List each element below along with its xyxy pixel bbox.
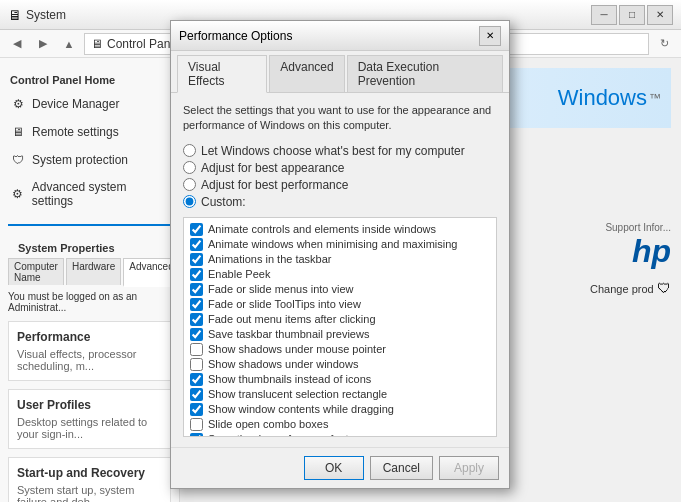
startup-title: Start-up and Recovery — [17, 466, 162, 480]
checkbox-label-shadows-windows: Show shadows under windows — [208, 358, 358, 370]
startup-desc: System start up, system failure and deb.… — [17, 484, 162, 502]
checkbox-item-animations-taskbar[interactable]: Animations in the taskbar — [188, 252, 492, 267]
checkbox-item-combo-boxes[interactable]: Slide open combo boxes — [188, 417, 492, 432]
window-controls: ─ □ ✕ — [591, 5, 673, 25]
checkbox-item-animate-controls[interactable]: Animate controls and elements inside win… — [188, 222, 492, 237]
ok-button[interactable]: OK — [304, 456, 364, 480]
radio-custom-input[interactable] — [183, 195, 196, 208]
checkbox-input-animate-controls[interactable] — [190, 223, 203, 236]
admin-notice: You must be logged on as an Administrat.… — [8, 291, 171, 313]
forward-button[interactable]: ▶ — [32, 33, 54, 55]
tab-advanced[interactable]: Advanced — [269, 55, 344, 92]
remote-settings-icon: 🖥 — [10, 124, 26, 140]
tab-hardware[interactable]: Hardware — [66, 258, 121, 285]
radio-best-performance-input[interactable] — [183, 178, 196, 191]
checkbox-item-taskbar-thumbnails[interactable]: Save taskbar thumbnail previews — [188, 327, 492, 342]
sidebar-item-label: Remote settings — [32, 125, 119, 139]
maximize-button[interactable]: □ — [619, 5, 645, 25]
apply-button[interactable]: Apply — [439, 456, 499, 480]
checkbox-label-contents-dragging: Show window contents while dragging — [208, 403, 394, 415]
sidebar-item-remote-settings[interactable]: 🖥 Remote settings — [0, 118, 179, 146]
refresh-button[interactable]: ↻ — [653, 33, 675, 55]
checkbox-label-enable-peek: Enable Peek — [208, 268, 270, 280]
checkbox-item-animate-windows[interactable]: Animate windows when minimising and maxi… — [188, 237, 492, 252]
checkbox-input-fade-slide-menus[interactable] — [190, 283, 203, 296]
radio-group: Let Windows choose what's best for my co… — [183, 144, 497, 209]
checkbox-label-shadows-mouse: Show shadows under mouse pointer — [208, 343, 386, 355]
checkbox-input-animations-taskbar[interactable] — [190, 253, 203, 266]
radio-let-windows[interactable]: Let Windows choose what's best for my co… — [183, 144, 497, 158]
radio-best-performance-label: Adjust for best performance — [201, 178, 348, 192]
up-button[interactable]: ▲ — [58, 33, 80, 55]
window-icon: 🖥 — [8, 7, 22, 23]
checkbox-item-fade-tooltips[interactable]: Fade or slide ToolTips into view — [188, 297, 492, 312]
checkbox-input-shadows-windows[interactable] — [190, 358, 203, 371]
checkbox-label-combo-boxes: Slide open combo boxes — [208, 418, 328, 430]
back-button[interactable]: ◀ — [6, 33, 28, 55]
startup-section: Start-up and Recovery System start up, s… — [8, 457, 171, 502]
performance-desc: Visual effects, processor scheduling, m.… — [17, 348, 162, 372]
cancel-button[interactable]: Cancel — [370, 456, 433, 480]
sidebar-item-system-protection[interactable]: 🛡 System protection — [0, 146, 179, 174]
radio-best-appearance[interactable]: Adjust for best appearance — [183, 161, 497, 175]
checkbox-input-taskbar-thumbnails[interactable] — [190, 328, 203, 341]
close-button[interactable]: ✕ — [647, 5, 673, 25]
dialog-close-button[interactable]: ✕ — [479, 26, 501, 46]
checkbox-item-shadows-mouse[interactable]: Show shadows under mouse pointer — [188, 342, 492, 357]
minimize-button[interactable]: ─ — [591, 5, 617, 25]
sidebar-item-label: Device Manager — [32, 97, 119, 111]
change-prod-label: Change prod — [590, 283, 654, 295]
checkbox-item-enable-peek[interactable]: Enable Peek — [188, 267, 492, 282]
radio-custom[interactable]: Custom: — [183, 195, 497, 209]
checkbox-input-contents-dragging[interactable] — [190, 403, 203, 416]
checkbox-item-shadows-windows[interactable]: Show shadows under windows — [188, 357, 492, 372]
checkbox-label-translucent: Show translucent selection rectangle — [208, 388, 387, 400]
tab-computer-name[interactable]: Computer Name — [8, 258, 64, 285]
windows-suffix: ™ — [649, 91, 661, 105]
checkbox-input-translucent[interactable] — [190, 388, 203, 401]
sys-props-title: System Properties — [8, 234, 171, 258]
checkbox-input-shadows-mouse[interactable] — [190, 343, 203, 356]
performance-title: Performance — [17, 330, 162, 344]
checkbox-input-fade-tooltips[interactable] — [190, 298, 203, 311]
user-profiles-title: User Profiles — [17, 398, 162, 412]
user-profiles-desc: Desktop settings related to your sign-in… — [17, 416, 162, 440]
checkbox-input-fade-out-menu[interactable] — [190, 313, 203, 326]
sidebar-item-device-manager[interactable]: ⚙ Device Manager — [0, 90, 179, 118]
checkbox-input-thumbnails[interactable] — [190, 373, 203, 386]
checkbox-item-contents-dragging[interactable]: Show window contents while dragging — [188, 402, 492, 417]
radio-best-appearance-input[interactable] — [183, 161, 196, 174]
radio-best-performance[interactable]: Adjust for best performance — [183, 178, 497, 192]
sidebar: Control Panel Home ⚙ Device Manager 🖥 Re… — [0, 58, 180, 502]
tab-dep[interactable]: Data Execution Prevention — [347, 55, 503, 92]
checkbox-input-combo-boxes[interactable] — [190, 418, 203, 431]
radio-best-appearance-label: Adjust for best appearance — [201, 161, 344, 175]
checkbox-item-thumbnails[interactable]: Show thumbnails instead of icons — [188, 372, 492, 387]
dialog-tab-bar: Visual Effects Advanced Data Execution P… — [171, 51, 509, 93]
checkbox-input-enable-peek[interactable] — [190, 268, 203, 281]
sidebar-item-advanced-settings[interactable]: ⚙ Advanced system settings — [0, 174, 179, 214]
tab-visual-effects[interactable]: Visual Effects — [177, 55, 267, 93]
sidebar-header: Control Panel Home — [0, 66, 179, 90]
checkbox-item-smooth-edges[interactable]: Smooth edges of screen fonts — [188, 432, 492, 437]
checkbox-input-smooth-edges[interactable] — [190, 433, 203, 437]
checkbox-item-translucent[interactable]: Show translucent selection rectangle — [188, 387, 492, 402]
checkbox-item-fade-out-menu[interactable]: Fade out menu items after clicking — [188, 312, 492, 327]
checkbox-label-fade-out-menu: Fade out menu items after clicking — [208, 313, 376, 325]
checkbox-list[interactable]: Animate controls and elements inside win… — [183, 217, 497, 437]
checkbox-label-taskbar-thumbnails: Save taskbar thumbnail previews — [208, 328, 369, 340]
user-profiles-section: User Profiles Desktop settings related t… — [8, 389, 171, 449]
checkbox-input-animate-windows[interactable] — [190, 238, 203, 251]
checkbox-label-animate-controls: Animate controls and elements inside win… — [208, 223, 436, 235]
checkbox-label-thumbnails: Show thumbnails instead of icons — [208, 373, 371, 385]
checkbox-label-animate-windows: Animate windows when minimising and maxi… — [208, 238, 457, 250]
window-title: System — [26, 8, 66, 22]
settings-icon: ⚙ — [10, 186, 26, 202]
change-prod-icon: 🛡 — [657, 280, 671, 296]
address-icon: 🖥 — [91, 37, 103, 51]
checkbox-item-fade-slide-menus[interactable]: Fade or slide menus into view — [188, 282, 492, 297]
dialog-footer: OK Cancel Apply — [171, 447, 509, 488]
radio-let-windows-input[interactable] — [183, 144, 196, 157]
checkbox-label-fade-slide-menus: Fade or slide menus into view — [208, 283, 354, 295]
radio-custom-label: Custom: — [201, 195, 246, 209]
